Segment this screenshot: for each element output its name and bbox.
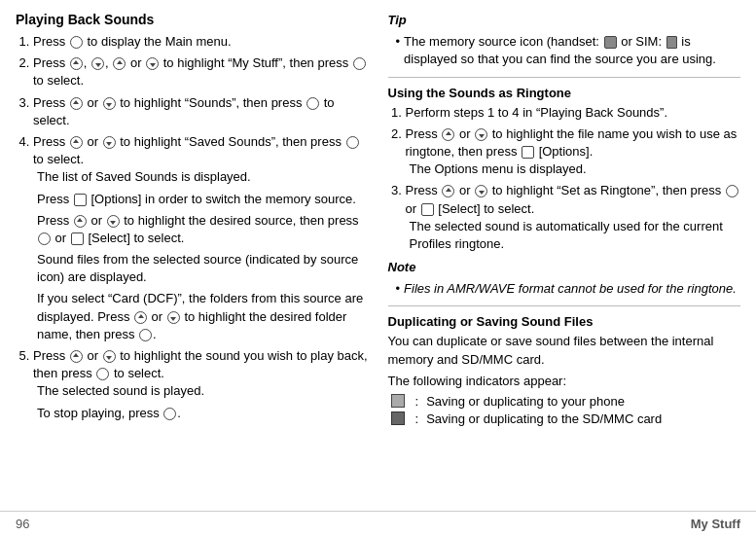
press-label: Press	[33, 348, 69, 363]
options-menu-text: The Options menu is displayed.	[410, 161, 741, 178]
or-text: or	[126, 55, 145, 70]
step2-text: to highlight “My Stuff”, then press	[160, 55, 352, 70]
content-area: Playing Back Sounds Press to display the…	[0, 0, 756, 511]
step4-extra: The list of Saved Sounds is displayed. P…	[37, 168, 369, 343]
comma2: ,	[105, 55, 112, 70]
step4-extra-4: Sound files from the selected source (in…	[37, 251, 369, 286]
steps2-list: Perform steps 1 to 4 in “Playing Back So…	[388, 104, 741, 254]
circle-icon3	[306, 97, 319, 110]
nav-right-icon	[146, 57, 159, 70]
press-label: Press	[406, 126, 442, 141]
circle-icon6	[139, 329, 152, 341]
tip-section: The memory source icon (handset: or SIM:…	[396, 33, 741, 68]
step4-extra-3: Press or to highlight the desired source…	[37, 212, 369, 247]
list-item: Press or to highlight “Saved Sounds”, th…	[33, 133, 369, 343]
nav-down-icon4	[103, 350, 116, 363]
circle-icon4	[346, 136, 359, 149]
phone-save-icon	[391, 394, 405, 408]
nav-up-icon	[70, 57, 83, 70]
press-label: Press	[33, 95, 69, 110]
tip-bullet: The memory source icon (handset: or SIM:…	[396, 33, 741, 68]
nav-up-icon3	[70, 136, 83, 149]
page: Playing Back Sounds Press to display the…	[0, 0, 756, 536]
step2-1-text: Perform steps 1 to 4 in “Playing Back So…	[406, 105, 668, 120]
sd-save-icon	[391, 411, 405, 425]
nav-icon-d	[167, 311, 180, 324]
comma1: ,	[84, 55, 90, 70]
nav-icon-r4	[475, 185, 487, 197]
list-item: Press or to highlight “Sounds”, then pre…	[33, 94, 369, 129]
divider1	[388, 77, 741, 78]
step2-end: to select.	[33, 73, 84, 88]
colon-2: :	[415, 411, 419, 426]
step2-3-end: [Select] to select.	[435, 201, 535, 216]
indicator-text-2: Saving or duplicating to the SD/MMC card	[426, 411, 740, 426]
step4-extra-5: If you select “Card (DCF)”, the folders …	[37, 290, 369, 343]
step2-3-text: to highlight “Set as Ringtone”, then pre…	[488, 183, 725, 197]
step4-extra-2: Press [Options] in order to switch the m…	[37, 191, 369, 208]
section1-title: Playing Back Sounds	[16, 12, 369, 27]
or-text-r3: or	[406, 201, 420, 216]
list-item: Press , , or to highlight “My Stuff”, th…	[33, 54, 369, 89]
step4-text: to highlight “Saved Sounds”, then press	[117, 134, 345, 149]
step5-end: to select.	[110, 366, 164, 380]
step3-extra-text: The selected sound is automatically used…	[410, 218, 741, 253]
section3-title: Duplicating or Saving Sound Files	[388, 314, 741, 329]
step1-text: to display the Main menu.	[84, 34, 232, 49]
circle-icon5	[38, 232, 51, 245]
indicator-icon-2	[388, 411, 408, 425]
options-icon2	[71, 232, 84, 245]
list-item: Press or to highlight the sound you wish…	[33, 347, 369, 422]
indicators-list: : Saving or duplicating to your phone : …	[388, 394, 741, 426]
step4-extra-1: The list of Saved Sounds is displayed.	[37, 168, 369, 186]
right-column: Tip The memory source icon (handset: or …	[388, 12, 741, 503]
colon-1: :	[415, 394, 419, 409]
circle-icon7	[96, 368, 109, 380]
or-text3: or	[84, 134, 102, 149]
tip-label-text: Tip	[388, 13, 407, 27]
note-bullet: Files in AMR/WAVE format cannot be used …	[396, 280, 741, 298]
indicator-row-2: : Saving or duplicating to the SD/MMC ca…	[388, 411, 741, 426]
press-label: Press	[406, 183, 442, 197]
note-label: Note	[388, 259, 741, 276]
or-text2: or	[84, 95, 102, 110]
nav-icon-b	[107, 215, 120, 228]
section3-body2: The following indicators appear:	[388, 373, 741, 390]
sim-icon	[666, 36, 677, 49]
options-icon-r1	[522, 146, 534, 159]
step5-extra-1: The selected sound is played.	[37, 382, 369, 400]
indicator-text-1: Saving or duplicating to your phone	[426, 394, 740, 409]
press-label: Press	[33, 34, 69, 49]
step5-extra: The selected sound is played. To stop pl…	[37, 382, 369, 421]
tip-label: Tip	[388, 12, 741, 29]
circle-icon	[70, 36, 83, 49]
options-icon-r2	[421, 203, 434, 216]
circle-icon8	[163, 408, 176, 420]
nav-icon-c	[134, 311, 147, 324]
section2-title: Using the Sounds as Ringtone	[388, 86, 741, 100]
or-text4: or	[84, 348, 102, 363]
or-text-r2: or	[455, 183, 474, 197]
press-label: Press	[33, 55, 69, 70]
nav-left-icon	[113, 57, 126, 70]
footer: 96 My Stuff	[0, 511, 756, 536]
list-item: Press or to highlight “Set as Ringtone”,…	[406, 182, 741, 253]
steps-list: Press to display the Main menu. Press , …	[16, 33, 369, 422]
handset-icon	[604, 36, 617, 49]
nav-up-icon2	[70, 97, 83, 110]
indicator-icon-1	[388, 394, 408, 408]
list-item: Perform steps 1 to 4 in “Playing Back So…	[406, 104, 741, 122]
step3-extra: The selected sound is automatically used…	[410, 218, 741, 253]
note-section: Files in AMR/WAVE format cannot be used …	[396, 280, 741, 298]
section3-body1: You can duplicate or save sound files be…	[388, 333, 741, 368]
step5-extra-2: To stop playing, press .	[37, 405, 369, 422]
nav-down-icon	[91, 57, 104, 70]
nav-down-icon2	[103, 97, 116, 110]
indicator-row-1: : Saving or duplicating to your phone	[388, 394, 741, 409]
divider2	[388, 305, 741, 306]
nav-up-icon4	[70, 350, 83, 363]
circle-icon2	[353, 57, 366, 70]
nav-icon-r2	[475, 128, 487, 141]
nav-icon-a	[74, 215, 87, 228]
step2-2-end: [Options].	[535, 144, 593, 159]
